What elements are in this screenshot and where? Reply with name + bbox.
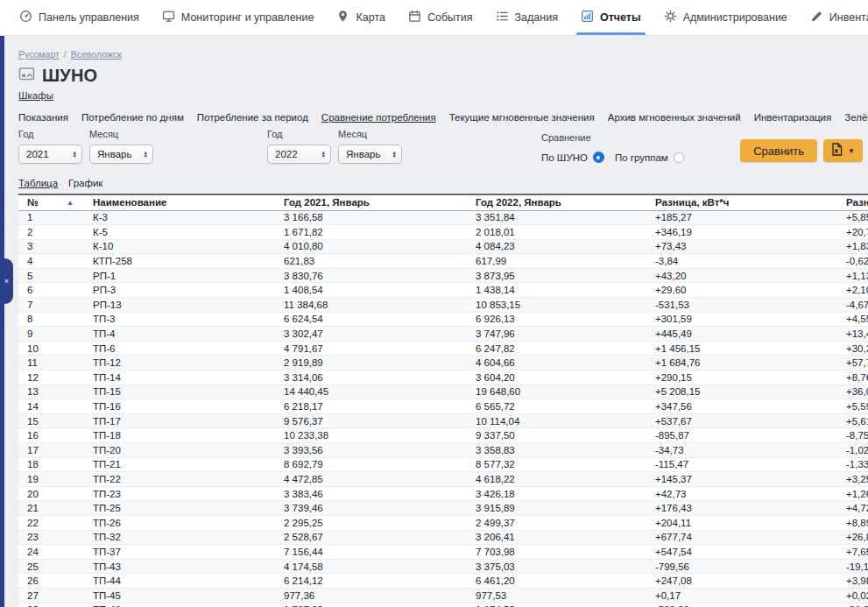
table-cell: +677,74: [646, 530, 837, 545]
tab-Показания[interactable]: Показания: [18, 112, 68, 123]
table-cell: 1: [18, 210, 84, 225]
table-row: 19ТП-224 472,854 618,22+145,37+3,25%: [18, 472, 868, 487]
column-header-diff-percent[interactable]: Разница, %: [837, 194, 868, 210]
table-cell: ТП-22: [84, 472, 275, 487]
column-header-diff-kwh[interactable]: Разница, кВт*ч: [646, 194, 837, 210]
table-cell: 4 010,80: [275, 239, 467, 254]
tab-Потребление за период[interactable]: Потребление за период: [197, 112, 308, 123]
table-cell: 7 156,44: [275, 545, 467, 560]
comparison-table-wrap: №▲ Наименование Год 2021, Январь Год 202…: [18, 194, 868, 607]
nav-item-monitoring[interactable]: Мониторинг и управление: [162, 0, 314, 35]
pencil-icon: [810, 10, 823, 25]
table-row: 9ТП-43 302,473 747,96+445,49+13,49%: [18, 327, 868, 342]
nav-item-reports[interactable]: Отчеты: [581, 0, 641, 35]
table-cell: 3: [18, 239, 84, 254]
nav-item-administration[interactable]: Администрирование: [664, 0, 787, 35]
nav-item-map[interactable]: Карта: [336, 0, 385, 35]
table-cell: К-10: [84, 239, 275, 254]
table-cell: РП-1: [84, 268, 275, 283]
side-panel-toggle[interactable]: ×: [0, 258, 13, 304]
table-cell: 3 166,58: [275, 210, 467, 225]
table-cell: 25: [18, 559, 84, 574]
table-cell: 4 791,67: [275, 341, 467, 356]
nav-item-inventory[interactable]: Инвентаризация: [810, 0, 868, 35]
column-header-number[interactable]: №▲: [18, 194, 84, 210]
table-cell: ТП-12: [84, 356, 275, 371]
report-tabs: ПоказанияПотребление по днямПотребление …: [18, 112, 868, 123]
tab-Инвентаризация[interactable]: Инвентаризация: [754, 112, 832, 123]
table-row: 20ТП-233 383,463 426,18+42,73+1,26%: [18, 486, 868, 501]
table-cell: 1 174,52: [467, 603, 646, 607]
nav-item-events[interactable]: События: [408, 0, 473, 35]
tab-Текущие мгновенные значения[interactable]: Текущие мгновенные значения: [449, 112, 595, 123]
table-cell: 19 648,60: [467, 385, 646, 399]
column-header-year-2021[interactable]: Год 2021, Январь: [275, 194, 467, 210]
column-header-name[interactable]: Наименование: [84, 194, 275, 210]
table-cell: 1 408,54: [275, 283, 467, 298]
view-tab-График[interactable]: График: [68, 178, 102, 188]
table-cell: 1 438,14: [467, 283, 646, 298]
export-button[interactable]: ▼: [823, 139, 863, 162]
breadcrumb-link-vsevolozhsk[interactable]: Всеволожск: [71, 49, 122, 60]
table-cell: +4,72%: [837, 501, 868, 516]
month-1-select[interactable]: Январь ▲▼: [89, 145, 153, 164]
table-cell: -533,30: [646, 603, 837, 607]
table-cell: +3,25%: [837, 472, 868, 487]
table-cell: -799,56: [646, 559, 837, 574]
table-row: 16ТП-1810 233,389 337,50-895,87-8,75%: [18, 428, 868, 443]
table-cell: +301,59: [646, 312, 837, 327]
cabinets-link[interactable]: Шкафы: [18, 90, 53, 101]
filters-panel: Год 2021 ▲▼ Месяц Январь ▲▼ Год 2022 ▲▼: [18, 129, 868, 170]
table-cell: 1 707,82: [275, 603, 467, 607]
table-cell: +8,76%: [837, 371, 868, 385]
table-cell: 3 915,89: [467, 501, 646, 516]
table-row: 1К-33 166,583 351,84+185,27+5,85%: [18, 210, 868, 225]
year-1-select[interactable]: 2021 ▲▼: [18, 145, 82, 164]
tab-Потребление по дням[interactable]: Потребление по дням: [81, 112, 184, 123]
table-cell: 8 577,32: [467, 457, 646, 472]
table-cell: +445,49: [646, 327, 837, 342]
table-cell: +73,43: [646, 239, 837, 254]
year-2-select[interactable]: 2022 ▲▼: [267, 145, 331, 164]
table-cell: 22: [18, 515, 84, 530]
table-cell: 2: [18, 225, 84, 240]
comparison-radio-groups[interactable]: [674, 152, 684, 163]
table-cell: ТП-21: [84, 457, 275, 472]
table-cell: 20: [18, 486, 84, 501]
comparison-radio-shuno[interactable]: [593, 152, 604, 163]
dashboard-icon: [19, 10, 32, 25]
month-2-label: Месяц: [338, 129, 402, 139]
table-cell: К-5: [84, 225, 275, 240]
monitor-icon: [162, 10, 175, 25]
table-cell: 3 358,83: [467, 443, 646, 458]
table-cell: ТП-23: [84, 486, 275, 501]
column-header-year-2022[interactable]: Год 2022, Январь: [467, 194, 646, 210]
table-row: 13ТП-1514 440,4519 648,60+5 208,15+36,07…: [18, 385, 868, 399]
table-cell: +5 208,15: [646, 385, 837, 399]
table-cell: +290,15: [646, 371, 837, 385]
sort-asc-icon: ▲: [67, 199, 74, 207]
table-cell: -0,62%: [837, 254, 868, 269]
table-row: 2К-51 671,822 018,01+346,19+20,71%: [18, 225, 868, 240]
table-cell: 11: [18, 356, 84, 371]
view-tab-Таблица[interactable]: Таблица: [18, 178, 58, 188]
table-row: 18ТП-218 692,798 577,32-115,47-1,33%: [18, 457, 868, 472]
nav-item-control-panel[interactable]: Панель управления: [19, 0, 139, 35]
nav-item-tasks[interactable]: Задания: [496, 0, 558, 35]
table-cell: 3 830,76: [275, 268, 467, 283]
table-cell: 8 692,79: [275, 457, 467, 472]
tab-Зелёная поляна[interactable]: Зелёная поляна: [844, 112, 868, 123]
tab-Архив мгновенных значений[interactable]: Архив мгновенных значений: [608, 112, 741, 123]
month-2-select[interactable]: Январь ▲▼: [338, 145, 402, 164]
table-row: 26ТП-446 214,126 461,20+247,08+3,98%: [18, 574, 868, 589]
breadcrumb-separator: /: [64, 49, 67, 60]
table-cell: 6 926,13: [467, 312, 646, 327]
breadcrumb-link-rusomart[interactable]: Русомарт: [18, 49, 60, 60]
table-cell: 14: [18, 399, 84, 414]
compare-button[interactable]: Сравнить: [740, 139, 817, 162]
tab-Сравнение потребления[interactable]: Сравнение потребления: [321, 112, 436, 123]
table-cell: КТП-258: [84, 254, 275, 269]
select-stepper-icon: ▲▼: [321, 151, 326, 159]
table-cell: -4,67%: [837, 298, 868, 313]
table-cell: +247,08: [646, 574, 837, 589]
